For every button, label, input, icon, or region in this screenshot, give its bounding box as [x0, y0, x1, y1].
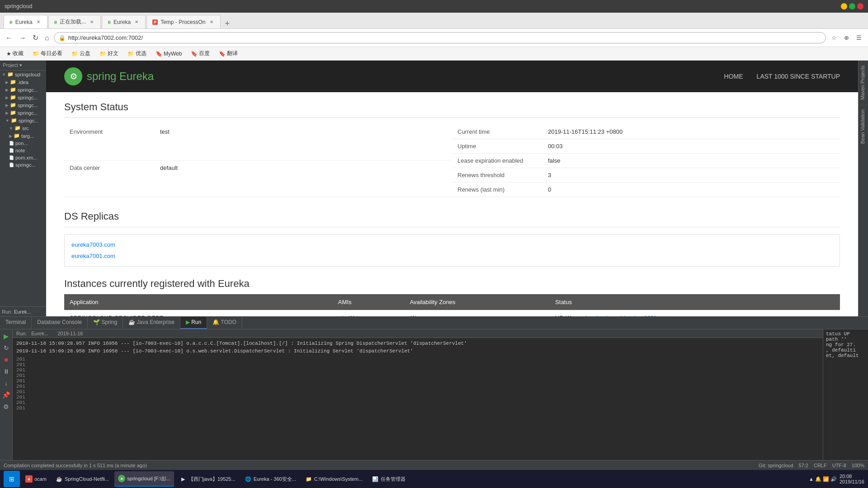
taskbar-springcloud-icon: ☕: [56, 475, 63, 483]
bookmark-icon-7: 🔖: [219, 51, 226, 57]
line-numbers: 201 201 201 201 201 201 201 201 201 201: [16, 357, 29, 411]
app-title: springcloud: [5, 3, 32, 9]
tree-item-target[interactable]: ▶ 📁 targ...: [0, 132, 46, 140]
bookmark-daily[interactable]: 📁 每日必看: [30, 49, 65, 58]
tree-item-springc1[interactable]: ▶ 📁 springc...: [0, 86, 46, 94]
tab-close-2[interactable]: ✕: [89, 19, 95, 25]
refresh-button[interactable]: ↻: [31, 32, 40, 44]
replica-link-7001[interactable]: eureka7001.com: [71, 250, 833, 262]
tree-root[interactable]: ▼ 📁 springcloud: [0, 70, 46, 78]
run-scroll-button[interactable]: ↓: [1, 378, 11, 388]
instance-amis-0: n/a (1): [333, 310, 405, 316]
bottom-tab-todo[interactable]: 🔔 TODO: [207, 317, 242, 329]
tab-label-4: Temp - ProcessOn: [160, 19, 205, 25]
ide-right-tab-maven[interactable]: Maven Projects: [859, 61, 868, 104]
ide-project-header[interactable]: Project ▾: [0, 61, 46, 70]
taskbar-browser-icon: 🌐: [245, 475, 252, 483]
taskbar-item-explorer[interactable]: 📁 C:\Windows\System...: [302, 471, 367, 487]
tree-label-1: springc...: [18, 87, 38, 93]
tab-close-3[interactable]: ✕: [133, 19, 140, 25]
instances-th-application: Application: [64, 294, 333, 310]
address-input[interactable]: [68, 34, 821, 41]
address-bar[interactable]: 🔒: [54, 32, 826, 43]
taskbar-start-button[interactable]: ⊞: [4, 471, 20, 487]
tree-arrow-target: ▶: [9, 134, 12, 138]
bottom-tab-java-enterprise[interactable]: ☕ Java Enterprise: [123, 317, 180, 329]
eureka-nav-last1000[interactable]: LAST 1000 SINCE STARTUP: [757, 70, 840, 82]
dc-value: default: [155, 160, 452, 197]
bookmark-translate[interactable]: 🔖 翻译: [216, 49, 241, 58]
bookmark-myweb[interactable]: 🔖 MyWeb: [153, 50, 184, 58]
tree-item-springc3[interactable]: ▶ 📁 springc...: [0, 101, 46, 109]
bottom-tab-run[interactable]: ▶ Run: [180, 317, 207, 329]
run-step-button[interactable]: ⏸: [1, 366, 11, 376]
window-controls[interactable]: [841, 3, 863, 9]
taskbar-explorer-icon: 📁: [305, 475, 312, 483]
taskbar-item-java[interactable]: ▶ 【西门java】19525...: [176, 471, 239, 487]
run-play-button[interactable]: ▶: [1, 331, 11, 341]
minimize-button[interactable]: [841, 3, 847, 9]
eureka-header: ⊙ spring Eureka HOME LAST 1000 SINCE STA…: [46, 61, 858, 92]
tree-item-springc-file[interactable]: 📄 springc...: [0, 161, 46, 169]
taskbar-tray-icons: ▲ 🔔 📶 🔊: [809, 476, 837, 482]
ds-replicas-box: eureka7003.com eureka7001.com: [64, 234, 840, 267]
status-bar-right: Git: springcloud 57:2 CRLF UTF-8 100%: [759, 463, 864, 468]
secure-icon: 🔒: [59, 35, 66, 41]
forward-button[interactable]: →: [17, 32, 28, 44]
taskbar-item-taskmanager[interactable]: 📊 任务管理器: [368, 471, 409, 487]
bookmark-select[interactable]: 📁 优选: [125, 49, 149, 58]
nav-action-3[interactable]: ☰: [854, 33, 864, 43]
tree-item-springc2[interactable]: ▶ 📁 springc...: [0, 94, 46, 101]
tree-item-src[interactable]: ▼ 📁 src: [0, 124, 46, 132]
run-stop-button[interactable]: ■: [1, 355, 11, 365]
eureka-logo-text: spring Eureka: [87, 70, 154, 83]
browser-tab-processon[interactable]: P Temp - ProcessOn ✕: [146, 15, 220, 28]
tree-item-pomxml[interactable]: 📄 pom.xm...: [0, 154, 46, 161]
bottom-panel: Terminal Database Console 🌱 Spring ☕ Jav…: [0, 316, 868, 470]
replica-link-7003[interactable]: eureka7003.com: [71, 239, 833, 250]
console-output[interactable]: 2019-11-16 15:09:28.957 INFO 16956 --- […: [13, 338, 823, 460]
close-button[interactable]: [857, 3, 863, 9]
tree-item-springc4[interactable]: ▶ 📁 springc...: [0, 109, 46, 117]
browser-tab-eureka[interactable]: e Eureka ✕: [4, 15, 47, 28]
browser-tab-loading[interactable]: e 正在加载... ✕: [48, 15, 101, 28]
tab-close-4[interactable]: ✕: [208, 19, 215, 25]
taskbar-item-eureka-browser[interactable]: 🌐 Eureka - 360安全...: [241, 471, 300, 487]
eureka-nav-home[interactable]: HOME: [724, 70, 743, 82]
taskbar-item-springcloud-netflix[interactable]: ☕ SpringCloud-Netfli...: [52, 471, 113, 487]
time-value: 2019-11-16T15:11:23 +0800: [542, 125, 840, 139]
bottom-tab-spring[interactable]: 🌱 Spring: [88, 317, 123, 329]
nav-action-1[interactable]: ☆: [829, 33, 840, 43]
bottom-tab-database[interactable]: Database Console: [32, 317, 88, 329]
tree-item-pon[interactable]: 📄 pon...: [0, 140, 46, 147]
ide-right-tab-bean[interactable]: Bean Validation: [859, 104, 868, 148]
new-tab-button[interactable]: +: [222, 19, 234, 28]
tree-item-note[interactable]: 📄 note: [0, 147, 46, 154]
back-button[interactable]: ←: [4, 32, 14, 44]
run-settings-button[interactable]: ⚙: [1, 402, 11, 412]
bookmark-baidu[interactable]: 🔖 百度: [188, 49, 212, 58]
bookmark-articles[interactable]: 📁 好文: [97, 49, 121, 58]
browser-tab-eureka2[interactable]: e Eureka ✕: [102, 15, 146, 28]
home-button[interactable]: ⌂: [43, 32, 51, 44]
bookmark-cloud[interactable]: 📁 云盘: [69, 49, 93, 58]
bookmark-label-6: 百度: [199, 50, 210, 57]
bookmark-label-0: 收藏: [13, 50, 24, 57]
taskbar-item-springcloud-active[interactable]: ● springcloud [F:\彭...: [114, 471, 174, 487]
maximize-button[interactable]: [849, 3, 855, 9]
run-pin-button[interactable]: 📌: [1, 390, 11, 400]
nav-action-2[interactable]: ⊕: [841, 33, 852, 43]
tab-favicon-2: e: [54, 19, 57, 25]
tab-close-1[interactable]: ✕: [35, 19, 42, 25]
line-num-7: 201: [16, 389, 25, 394]
tree-item-springc5[interactable]: ▼ 📁 springc...: [0, 117, 46, 124]
tree-item-idea[interactable]: ▶ 📁 .idea: [0, 78, 46, 86]
bookmark-favorites[interactable]: ★ 收藏: [4, 49, 26, 58]
bottom-tab-todo-label: TODO: [221, 319, 236, 325]
taskbar-item-ocam[interactable]: ● ocam: [22, 471, 50, 487]
dc-label: Data center: [64, 160, 155, 197]
lease-value: false: [542, 154, 840, 168]
bottom-tab-terminal[interactable]: Terminal: [0, 317, 32, 329]
run-restart-button[interactable]: ↻: [1, 343, 11, 353]
tree-arrow-3: ▶: [5, 103, 9, 108]
